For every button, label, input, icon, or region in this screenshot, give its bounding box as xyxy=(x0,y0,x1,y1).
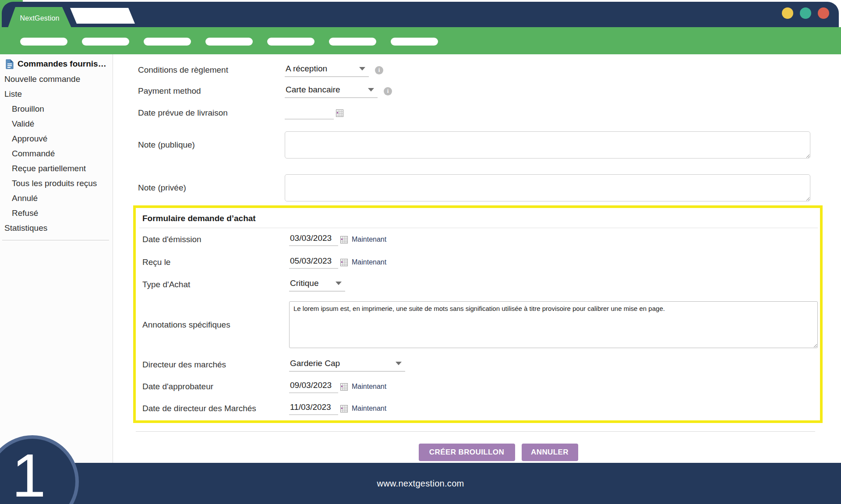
cancel-button[interactable]: ANNULER xyxy=(522,444,578,461)
note-public-label: Note (publique) xyxy=(138,140,285,150)
info-icon[interactable]: i xyxy=(384,87,392,95)
maximize-dot-icon[interactable] xyxy=(800,7,811,19)
sidebar-title-label: Commandes fournis… xyxy=(18,59,106,69)
market-director-select[interactable]: Garderie Cap xyxy=(289,358,405,372)
calendar-icon[interactable] xyxy=(336,109,343,117)
note-public-row: Note (publique) xyxy=(138,131,813,159)
app-window: NextGestion xyxy=(0,0,841,504)
sidebar-item-annule[interactable]: Annulé xyxy=(0,191,113,206)
now-link[interactable]: Maintenant xyxy=(352,405,386,412)
purchase-request-form-title: Formulaire demande d’achat xyxy=(142,211,818,224)
received-date-label: Reçu le xyxy=(142,257,289,267)
market-director-label: Directeur des marchés xyxy=(142,360,289,370)
nav-pill[interactable] xyxy=(82,38,129,46)
payment-method-label: Payment method xyxy=(138,86,285,96)
payment-terms-select[interactable]: A réception xyxy=(285,63,369,77)
received-date-value: 05/03/2023 xyxy=(290,256,332,266)
sidebar-divider xyxy=(2,240,109,240)
purchase-request-form-section: Formulaire demande d’achat Date d'émissi… xyxy=(133,205,823,423)
nav-pill[interactable] xyxy=(329,38,376,46)
now-link[interactable]: Maintenant xyxy=(352,236,386,243)
nav-pill-placeholders xyxy=(20,38,438,46)
nav-pill[interactable] xyxy=(205,38,253,46)
sidebar-item-refuse[interactable]: Refusé xyxy=(0,206,113,221)
order-form: Conditions de règlement A réception i Pa… xyxy=(113,54,841,463)
info-icon[interactable]: i xyxy=(375,66,383,74)
purchase-type-select[interactable]: Critique xyxy=(289,278,345,292)
nav-pill[interactable] xyxy=(144,38,191,46)
main-nav-bar xyxy=(0,27,841,54)
payment-terms-value: A réception xyxy=(286,64,327,74)
create-draft-button[interactable]: CRÉER BROUILLON xyxy=(419,444,515,461)
close-dot-icon[interactable] xyxy=(818,7,829,19)
nav-pill[interactable] xyxy=(391,38,438,46)
annotations-textarea[interactable]: Le lorem ipsum est, en imprimerie, une s… xyxy=(289,301,818,348)
sidebar-item-liste[interactable]: Liste xyxy=(0,87,113,102)
sidebar-item-nouvelle-commande[interactable]: Nouvelle commande xyxy=(0,72,113,87)
approver-date-row: Date d'approbateur 09/03/2023 xyxy=(142,376,818,398)
expected-delivery-input[interactable] xyxy=(285,106,334,120)
sidebar: Commandes fournis… Nouvelle commande Lis… xyxy=(0,54,113,463)
sidebar-item-brouillon[interactable]: Brouillon xyxy=(0,102,113,116)
note-public-textarea[interactable] xyxy=(285,131,810,159)
brand-tab: NextGestion xyxy=(8,7,71,28)
issue-date-input[interactable]: 03/03/2023 xyxy=(289,233,338,246)
issue-date-row: Date d'émission 03/03/2023 xyxy=(142,228,818,251)
form-footer-divider xyxy=(136,431,815,432)
purchase-type-label: Type d'Achat xyxy=(142,280,289,289)
sidebar-item-valide[interactable]: Validé xyxy=(0,116,113,131)
annotations-row: Annotations spécifiques Le lorem ipsum e… xyxy=(142,296,818,354)
calendar-icon[interactable] xyxy=(340,405,348,412)
window-controls xyxy=(782,7,829,19)
note-private-textarea[interactable] xyxy=(285,174,810,201)
payment-method-value: Carte bancaire xyxy=(286,85,340,95)
sidebar-item-approuve[interactable]: Approuvé xyxy=(0,131,113,146)
received-date-input[interactable]: 05/03/2023 xyxy=(289,256,338,269)
brand-name: NextGestion xyxy=(20,13,59,22)
note-private-label: Note (privée) xyxy=(138,183,285,193)
payment-terms-row: Conditions de règlement A réception i xyxy=(138,60,813,81)
director-date-label: Date de directeur des Marchés xyxy=(142,404,289,413)
sidebar-menu: Nouvelle commande Liste Brouillon Validé… xyxy=(0,72,113,236)
payment-method-row: Payment method Carte bancaire i xyxy=(138,81,813,102)
calendar-icon[interactable] xyxy=(340,383,348,391)
document-icon xyxy=(6,59,14,69)
director-date-row: Date de directeur des Marchés 11/03/2023 xyxy=(142,398,818,419)
nav-pill[interactable] xyxy=(20,38,67,46)
purchase-type-value: Critique xyxy=(290,278,318,288)
now-link[interactable]: Maintenant xyxy=(352,258,386,266)
chevron-down-icon xyxy=(396,362,402,365)
sidebar-item-statistiques[interactable]: Statistiques xyxy=(0,221,113,236)
sidebar-item-commande[interactable]: Commandé xyxy=(0,146,113,161)
approver-date-label: Date d'approbateur xyxy=(142,382,289,391)
director-date-input[interactable]: 11/03/2023 xyxy=(289,402,338,415)
note-private-row: Note (privée) xyxy=(138,174,813,201)
nav-pill[interactable] xyxy=(267,38,314,46)
chevron-down-icon xyxy=(359,67,365,70)
minimize-dot-icon[interactable] xyxy=(782,7,793,19)
chevron-down-icon xyxy=(336,282,342,285)
expected-delivery-label: Date prévue de livraison xyxy=(138,108,285,118)
approver-date-value: 09/03/2023 xyxy=(290,381,332,390)
approver-date-input[interactable]: 09/03/2023 xyxy=(289,380,338,393)
form-actions: CRÉER BROUILLON ANNULER xyxy=(161,444,836,461)
issue-date-value: 03/03/2023 xyxy=(290,233,332,243)
sidebar-item-tous-produits-recus[interactable]: Tous les produits reçus xyxy=(0,176,113,191)
calendar-icon[interactable] xyxy=(340,236,348,243)
market-director-row: Directeur des marchés Garderie Cap xyxy=(142,354,818,376)
calendar-icon[interactable] xyxy=(340,259,348,266)
step-number: 1 xyxy=(12,445,46,504)
footer: www.nextgestion.com xyxy=(0,463,841,504)
white-slant-decoration xyxy=(70,8,135,24)
now-link[interactable]: Maintenant xyxy=(352,383,386,391)
sidebar-item-recue-partiellement[interactable]: Reçue partiellement xyxy=(0,161,113,176)
sidebar-title: Commandes fournis… xyxy=(0,57,113,71)
expected-delivery-row: Date prévue de livraison xyxy=(138,102,813,124)
payment-method-select[interactable]: Carte bancaire xyxy=(285,84,378,98)
purchase-type-row: Type d'Achat Critique xyxy=(142,274,818,296)
payment-terms-label: Conditions de règlement xyxy=(138,65,285,75)
chevron-down-icon xyxy=(368,88,374,92)
director-date-value: 11/03/2023 xyxy=(290,402,331,412)
market-director-value: Garderie Cap xyxy=(290,359,340,368)
received-date-row: Reçu le 05/03/2023 xyxy=(142,251,818,274)
